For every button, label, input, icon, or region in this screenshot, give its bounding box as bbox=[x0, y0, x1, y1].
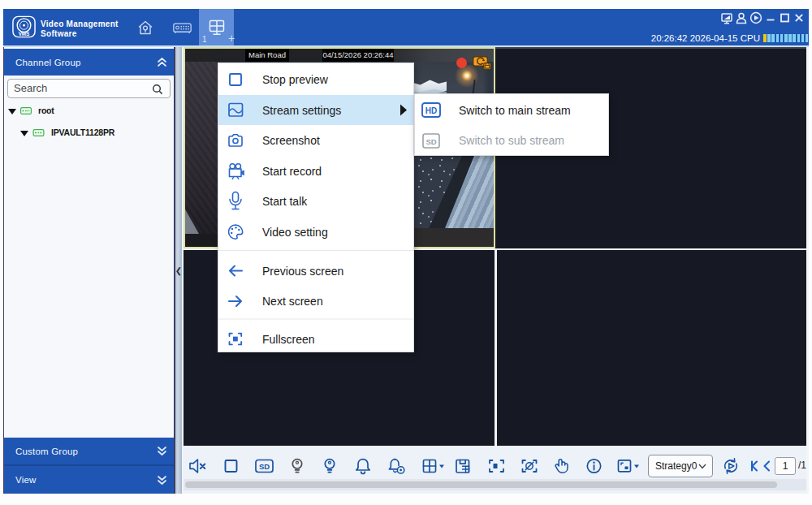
svg-text:SD: SD bbox=[259, 462, 270, 471]
svg-text:VMS: VMS bbox=[19, 31, 30, 37]
svg-text:HD: HD bbox=[425, 106, 437, 115]
svg-text:SD: SD bbox=[425, 137, 436, 146]
